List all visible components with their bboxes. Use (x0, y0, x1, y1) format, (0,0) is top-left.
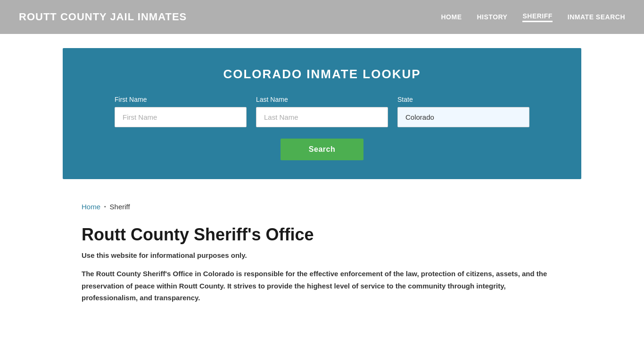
site-title: ROUTT COUNTY JAIL INMATES (19, 11, 187, 23)
page-title: Routt County Sheriff's Office (82, 225, 562, 245)
last-name-label: Last Name (256, 96, 388, 103)
nav-home[interactable]: HOME (441, 13, 462, 21)
first-name-label: First Name (115, 96, 247, 103)
last-name-input[interactable] (256, 107, 388, 127)
description-text: The Routt County Sheriff's Office in Col… (82, 268, 562, 304)
content-area: Home • Sheriff Routt County Sheriff's Of… (63, 193, 581, 323)
state-input[interactable] (397, 107, 529, 127)
state-label: State (397, 96, 529, 103)
breadcrumb-home[interactable]: Home (82, 203, 100, 211)
main-nav: HOME HISTORY SHERIFF INMATE SEARCH (441, 12, 626, 22)
search-section: COLORADO INMATE LOOKUP First Name Last N… (63, 48, 581, 179)
nav-history[interactable]: HISTORY (477, 13, 508, 21)
search-button[interactable]: Search (281, 139, 363, 160)
state-group: State (397, 96, 529, 127)
breadcrumb-current: Sheriff (110, 203, 130, 211)
nav-sheriff[interactable]: SHERIFF (522, 12, 552, 22)
nav-inmate-search[interactable]: INMATE SEARCH (568, 13, 625, 21)
search-fields-row: First Name Last Name State (72, 96, 572, 127)
disclaimer-text: Use this website for informational purpo… (82, 251, 562, 259)
inmate-search-form: First Name Last Name State Search (72, 96, 572, 160)
first-name-input[interactable] (115, 107, 247, 127)
breadcrumb-separator: • (104, 204, 106, 209)
first-name-group: First Name (115, 96, 247, 127)
last-name-group: Last Name (256, 96, 388, 127)
site-header: ROUTT COUNTY JAIL INMATES HOME HISTORY S… (0, 0, 644, 34)
search-section-title: COLORADO INMATE LOOKUP (72, 67, 572, 82)
breadcrumb: Home • Sheriff (82, 203, 562, 211)
